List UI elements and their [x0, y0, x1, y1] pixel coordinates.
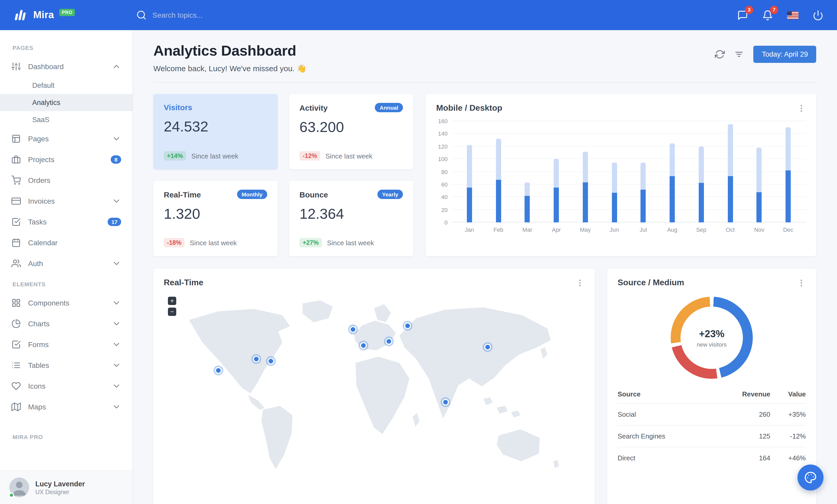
sidebar-item-analytics[interactable]: Analytics [0, 94, 132, 111]
brand[interactable]: Mira PRO [14, 8, 75, 22]
sidebar-item-auth[interactable]: Auth [0, 253, 132, 274]
sidebar-item-dashboard[interactable]: Dashboard [0, 56, 132, 77]
messages-button[interactable]: 3 [737, 10, 748, 20]
power-icon [813, 10, 823, 20]
logout-button[interactable] [813, 10, 823, 20]
users-icon [12, 259, 21, 268]
table-row: Social 260 +35% [618, 404, 806, 425]
map-marker[interactable] [351, 327, 355, 332]
section-heading-pages: PAGES [0, 37, 132, 56]
notifications-button[interactable]: 7 [762, 10, 773, 20]
card-menu-button[interactable] [797, 278, 806, 287]
card-menu-button[interactable] [797, 104, 806, 112]
search-input[interactable] [153, 11, 272, 19]
period-badge-monthly: Monthly [237, 190, 267, 199]
app-root: Mira PRO 3 7 [0, 0, 837, 504]
sidebar-item-label: Icons [28, 382, 46, 390]
stat-value: 1.320 [164, 206, 267, 222]
realtime-stat-card: Real-Time Monthly 1.320 -18% Since last … [153, 181, 278, 256]
sidebar-item-invoices[interactable]: Invoices [0, 191, 132, 211]
refresh-button[interactable] [715, 49, 725, 59]
sidebar-item-label: Tasks [28, 218, 47, 226]
theme-settings-button[interactable] [798, 465, 823, 490]
map-marker[interactable] [405, 323, 410, 328]
value-cell: +46% [770, 447, 806, 469]
map-marker[interactable] [485, 345, 490, 350]
map-marker[interactable] [387, 339, 391, 344]
chevron-down-icon [112, 259, 121, 268]
donut-center-label: +23% [699, 328, 725, 339]
kebab-icon [797, 278, 806, 287]
date-range-button[interactable]: Today: April 29 [753, 46, 816, 63]
revenue-cell: 260 [714, 404, 770, 425]
sidebar-item-charts[interactable]: Charts [0, 313, 132, 334]
list-icon [12, 360, 21, 370]
credit-card-icon [12, 197, 21, 206]
zoom-out-button[interactable]: − [168, 307, 176, 316]
sidebar-item-forms[interactable]: Forms [0, 334, 132, 355]
map-marker[interactable] [443, 399, 448, 404]
stat-title: Bounce [300, 190, 328, 199]
tasks-badge: 17 [108, 218, 121, 226]
chevron-down-icon [112, 197, 121, 206]
filter-button[interactable] [734, 49, 744, 59]
revenue-cell: 164 [714, 447, 770, 469]
navbar-search [137, 10, 272, 20]
navbar-actions: 3 7 [737, 10, 823, 20]
donut-center-sublabel: new visitors [697, 341, 727, 347]
pie-chart-icon [12, 319, 21, 329]
search-icon [137, 10, 147, 20]
table-row: Search Engines 125 -12% [618, 425, 806, 447]
bar-sep [687, 147, 716, 223]
column-header-source: Source [618, 385, 714, 404]
value-cell: +35% [770, 404, 806, 425]
bar-mar [513, 182, 542, 222]
chevron-up-icon [112, 62, 121, 71]
chevron-down-icon [112, 360, 121, 370]
section-heading-elements: ELEMENTS [0, 274, 132, 293]
map-marker[interactable] [361, 343, 366, 348]
sidebar-item-orders[interactable]: Orders [0, 170, 132, 191]
welcome-text: Welcome back, Lucy! We've missed you. 👋 [153, 64, 306, 73]
sidebar-item-saas[interactable]: SaaS [0, 111, 132, 128]
map-icon [12, 402, 21, 411]
source-medium-card: Source / Medium +23% new visitors [607, 268, 816, 504]
bar-yaxis: 020406080100120140160 [436, 121, 452, 222]
sidebar-item-label: Tables [28, 361, 49, 369]
chevron-down-icon [112, 402, 121, 411]
heart-icon [12, 381, 21, 391]
sidebar-user[interactable]: Lucy Lavender UX Designer [0, 470, 132, 504]
map-marker[interactable] [216, 368, 221, 373]
source-table: Source Revenue Value Social 260 +35% [618, 385, 806, 469]
sidebar-item-icons[interactable]: Icons [0, 376, 132, 396]
stat-title: Activity [300, 103, 327, 112]
sidebar-item-projects[interactable]: Projects 8 [0, 149, 132, 170]
stat-value: 12.364 [300, 206, 403, 222]
period-badge-yearly: Yearly [377, 190, 403, 199]
sidebar-item-tables[interactable]: Tables [0, 355, 132, 376]
sidebar-item-label: Forms [28, 340, 49, 349]
sidebar-item-default[interactable]: Default [0, 77, 132, 94]
sidebar-item-label: Pages [28, 135, 49, 143]
sidebar-item-components[interactable]: Components [0, 293, 132, 313]
sidebar-item-pages[interactable]: Pages [0, 128, 132, 149]
card-menu-button[interactable] [575, 278, 584, 287]
sidebar-item-tasks[interactable]: Tasks 17 [0, 211, 132, 232]
map-marker[interactable] [269, 358, 273, 363]
brand-name: Mira [33, 10, 54, 21]
zoom-in-button[interactable]: + [168, 297, 176, 305]
kebab-icon [797, 104, 806, 112]
sidebar-item-label: Components [28, 299, 69, 307]
sidebar-item-label: Orders [28, 176, 50, 184]
sidebar-item-maps[interactable]: Maps [0, 396, 132, 417]
map-marker[interactable] [254, 357, 259, 361]
world-map[interactable]: + − [164, 293, 584, 488]
filter-icon [734, 49, 744, 59]
notifications-badge: 7 [770, 5, 778, 14]
language-flag-button[interactable] [787, 11, 799, 19]
bar-dec [774, 127, 803, 222]
delta-badge: -12% [300, 151, 320, 161]
sidebar-item-calendar[interactable]: Calendar [0, 232, 132, 253]
chevron-down-icon [112, 381, 121, 391]
delta-badge: +27% [300, 238, 322, 247]
